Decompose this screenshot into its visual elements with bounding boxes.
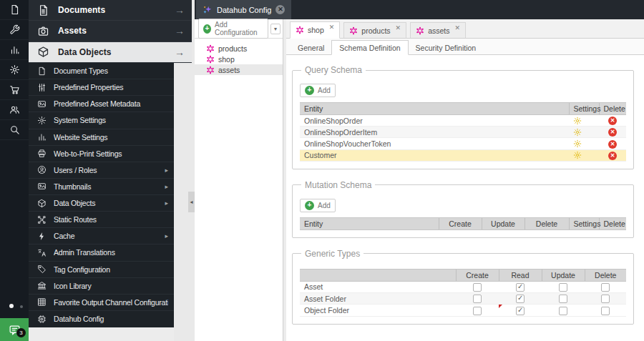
checkbox-read[interactable] [516, 295, 525, 303]
menu-item-data-objects[interactable]: Data Objects → [29, 42, 192, 63]
delete-icon[interactable]: ✕ [608, 152, 617, 160]
submenu-item-data-objects[interactable]: Data Objects▸ [29, 195, 174, 212]
add-configuration-button[interactable]: + Add Configuration [198, 19, 268, 39]
graphql-icon [416, 26, 424, 35]
menu-label: Assets [58, 26, 175, 36]
submenu-item-predefined-asset-metadata[interactable]: Predefined Asset Metadata [29, 96, 174, 112]
panel-collapse-handle[interactable]: ◂ [188, 192, 195, 212]
tree-item-products[interactable]: products [195, 43, 283, 54]
column-header-update[interactable]: Update [542, 269, 585, 281]
checkbox-delete[interactable] [601, 307, 610, 315]
settings-button[interactable] [0, 60, 29, 80]
generic-types-legend: Generic Types [301, 249, 364, 259]
column-header-delete2[interactable]: Delete [599, 217, 626, 229]
statistics-button[interactable] [0, 40, 29, 60]
column-header-delete[interactable]: Delete [585, 269, 626, 281]
delete-icon[interactable]: ✕ [608, 128, 617, 137]
submenu-item-admin-translations[interactable]: Admin Translations [29, 244, 174, 261]
table-row[interactable]: OnlineShopVoucherToken ✕ [300, 138, 626, 149]
column-header-create[interactable]: Create [456, 269, 499, 281]
checkbox-delete[interactable] [601, 283, 610, 292]
table-row[interactable]: OnlineShopOrderItem ✕ [300, 127, 626, 138]
submenu-label: Static Routes [54, 215, 168, 224]
column-header-entity[interactable]: Entity [300, 103, 569, 115]
table-row[interactable]: Asset [300, 281, 626, 292]
submenu-item-datahub-config[interactable]: Datahub Config [29, 311, 174, 327]
submenu-item-web-to-print[interactable]: Web-to-Print Settings [29, 146, 174, 162]
checkbox-update[interactable] [559, 307, 567, 315]
submenu-item-website-settings[interactable]: Website Settings [29, 129, 174, 146]
column-header-delete[interactable]: Delete [599, 103, 626, 115]
mutation-schema-fieldset: Mutation Schema + Add Entity Create Upda… [292, 180, 634, 238]
settings-gear-icon[interactable] [573, 151, 582, 159]
mutation-add-button[interactable]: + Add [300, 199, 336, 212]
submenu-label: Favorite Output Channel Configurations [54, 298, 168, 307]
column-header-entity[interactable]: Entity [300, 217, 439, 229]
delete-icon[interactable]: ✕ [608, 117, 617, 125]
checkbox-create[interactable] [473, 307, 482, 315]
tree-item-shop[interactable]: shop [195, 54, 283, 64]
submenu-item-static-routes[interactable]: Static Routes [29, 212, 174, 228]
delete-icon[interactable]: ✕ [608, 140, 617, 149]
column-header-update[interactable]: Update [482, 217, 525, 229]
tab-products[interactable]: products ✕ [343, 22, 406, 39]
submenu-item-cache[interactable]: Cache▸ [29, 228, 174, 244]
submenu-item-document-types[interactable]: Document Types [29, 63, 174, 79]
settings-gear-icon[interactable] [573, 139, 582, 148]
add-configuration-dropdown[interactable]: ▾ [270, 24, 280, 34]
tab-shop[interactable]: shop ✕ [290, 21, 340, 39]
statistics-icon [9, 44, 20, 55]
submenu-item-system-settings[interactable]: System Settings [29, 112, 174, 129]
close-icon[interactable]: ✕ [455, 24, 461, 31]
ecommerce-button[interactable] [0, 80, 29, 100]
notifications-chat-button[interactable]: 3 [0, 318, 29, 341]
checkbox-read[interactable] [516, 283, 525, 292]
settings-gear-icon[interactable] [573, 117, 582, 125]
close-icon[interactable]: ✕ [329, 24, 335, 31]
column-header-settings[interactable]: Settings [569, 103, 599, 115]
submenu-item-tag-configuration[interactable]: Tag Configuration [29, 262, 174, 278]
subtab-schema-definition[interactable]: Schema Definition [331, 40, 408, 55]
tree-item-label: shop [218, 55, 235, 64]
submenu-item-favorite-output[interactable]: Favorite Output Channel Configurations [29, 295, 174, 311]
web-to-print-icon [37, 149, 47, 158]
tools-button[interactable] [0, 20, 29, 40]
column-header-create[interactable]: Create [439, 217, 482, 229]
tree-item-assets[interactable]: assets [195, 64, 283, 75]
subtab-security-definition[interactable]: Security Definition [409, 41, 484, 55]
close-icon[interactable]: ✕ [396, 24, 401, 31]
plus-icon: + [203, 24, 211, 34]
subtab-general[interactable]: General [291, 41, 331, 55]
table-row[interactable]: OnlineShopOrder ✕ [300, 115, 626, 127]
sparkles-icon [203, 5, 213, 15]
column-header-read[interactable]: Read [499, 269, 542, 281]
table-row[interactable]: Asset Folder [300, 293, 626, 305]
close-icon[interactable]: ✕ [275, 5, 285, 14]
submenu-item-icon-library[interactable]: Icon Library [29, 278, 174, 295]
tab-assets[interactable]: assets ✕ [410, 22, 466, 39]
static-routes-icon [37, 215, 47, 224]
icon-library-icon [37, 281, 47, 290]
checkbox-update[interactable] [559, 283, 567, 292]
search-button[interactable] [0, 120, 29, 140]
checkbox-create[interactable] [473, 283, 482, 292]
menu-item-documents[interactable]: Documents → [29, 0, 192, 21]
submenu-item-predefined-properties[interactable]: Predefined Properties [29, 79, 174, 96]
users-button[interactable] [0, 100, 29, 120]
column-header-delete[interactable]: Delete [525, 217, 569, 229]
table-row-selected[interactable]: Customer ✕ [300, 149, 626, 161]
checkbox-create[interactable] [473, 295, 482, 303]
settings-gear-icon[interactable] [573, 128, 582, 137]
column-header-settings[interactable]: Settings [569, 217, 599, 229]
type-label-cell: Object Folder [300, 305, 456, 316]
query-add-button[interactable]: + Add [300, 84, 336, 97]
checkbox-read[interactable] [516, 307, 525, 315]
checkbox-update[interactable] [559, 295, 567, 303]
submenu-item-users-roles[interactable]: Users / Roles▸ [29, 162, 174, 179]
table-row[interactable]: Object Folder [300, 305, 626, 316]
tab-datahub-config[interactable]: Datahub Config ✕ [196, 0, 291, 19]
menu-item-assets[interactable]: Assets → [29, 21, 192, 41]
submenu-item-thumbnails[interactable]: Thumbnails▸ [29, 179, 174, 195]
checkbox-delete[interactable] [601, 295, 610, 303]
file-icon-button[interactable] [0, 0, 29, 20]
